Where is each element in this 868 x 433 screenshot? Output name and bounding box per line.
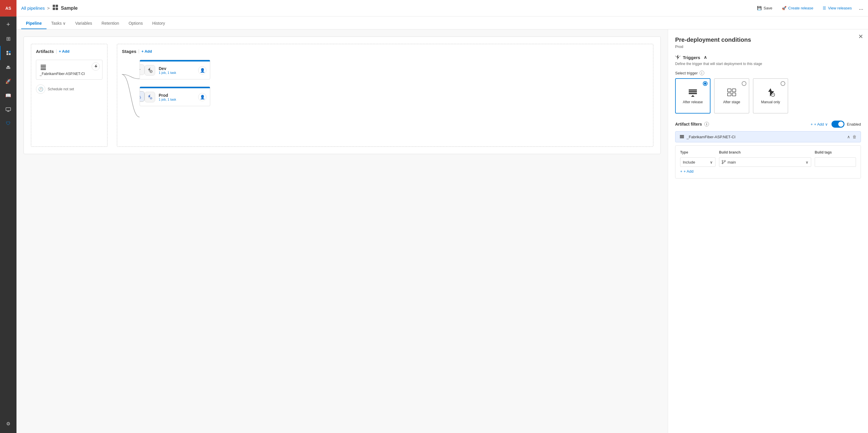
sidebar-icon-deploy[interactable] (0, 60, 17, 74)
filter-type-value: Include (683, 160, 695, 164)
sidebar-icon-monitor[interactable] (0, 102, 17, 116)
filter-add-row-button[interactable]: + + Add (680, 169, 856, 173)
filter-type-select[interactable]: Include ∨ (680, 157, 715, 167)
filter-branch-chevron: ∨ (806, 160, 808, 164)
stage-trigger-left-prod[interactable] (140, 91, 145, 102)
prod-trigger-icon (140, 94, 142, 99)
dev-stage-approvals[interactable]: 👤 (198, 66, 207, 74)
svg-rect-6 (7, 66, 9, 67)
deploy-icon (6, 64, 11, 70)
sidebar-icon-board[interactable]: ⊞ (0, 32, 17, 46)
save-button[interactable]: 💾 Save (755, 5, 775, 11)
add-stage-button[interactable]: + Add (141, 49, 152, 54)
topbar: All pipelines > Sample 💾 Save 🚀 Create r… (17, 0, 868, 16)
trigger-after-stage[interactable]: After stage (714, 78, 749, 113)
add-button[interactable]: + (0, 16, 17, 32)
breadcrumb-link[interactable]: All pipelines (21, 6, 45, 10)
view-releases-button[interactable]: ☰ View releases (820, 5, 854, 11)
filter-add-row-icon: + (680, 169, 682, 173)
prod-stage-info: Prod 1 job, 1 task (159, 93, 195, 101)
artifact-filters-label: Artifact filters (675, 122, 702, 127)
tab-retention[interactable]: Retention (97, 18, 124, 29)
topbar-actions: 💾 Save 🚀 Create release ☰ View releases … (755, 5, 863, 11)
add-filter-icon: + (811, 122, 813, 127)
tab-tasks[interactable]: Tasks ∨ (46, 18, 71, 29)
canvas: Artifacts + Add (17, 29, 668, 433)
after-release-icon (687, 87, 698, 98)
schedule-icon[interactable]: 🕐 (36, 85, 45, 94)
sidebar-icon-pipelines[interactable] (0, 46, 17, 60)
sidebar-icon-shield[interactable]: 🛡 (0, 116, 17, 131)
create-release-button[interactable]: 🚀 Create release (779, 5, 815, 11)
filter-branch-input[interactable]: main ∨ (719, 157, 811, 167)
tab-variables[interactable]: Variables (70, 18, 97, 29)
artifact-filter-row: _FabrikamFiber-ASP.NET-CI ∧ 🗑 (675, 131, 861, 142)
pipeline-type-icon (52, 4, 59, 10)
filter-expand-icon[interactable]: ∧ (847, 134, 850, 139)
svg-rect-0 (6, 51, 8, 53)
panel-subtitle: Prod (675, 44, 861, 49)
filter-delete-icon[interactable]: 🗑 (852, 134, 857, 139)
trigger-after-release[interactable]: After release (675, 78, 711, 113)
svg-rect-12 (53, 8, 55, 10)
tab-pipeline[interactable]: Pipeline (21, 18, 46, 29)
pre-deploy-panel: ✕ Pre-deployment conditions Prod Trigger… (668, 29, 868, 433)
tab-options[interactable]: Options (124, 18, 148, 29)
prod-stage-approvals[interactable]: 👤 (198, 93, 207, 101)
svg-rect-17 (41, 69, 46, 70)
trigger-options: After release After stage (675, 78, 861, 113)
prod-stage-body: Prod 1 job, 1 task 👤 (140, 88, 210, 106)
more-button[interactable]: ... (859, 5, 863, 11)
main: All pipelines > Sample 💾 Save 🚀 Create r… (17, 0, 868, 433)
triggers-section-label[interactable]: Triggers ∧ (675, 55, 861, 60)
filter-toggle[interactable] (832, 121, 844, 128)
tab-history[interactable]: History (148, 18, 170, 29)
add-artifact-button[interactable]: + Add (59, 49, 69, 54)
svg-rect-14 (41, 65, 46, 66)
view-releases-label: View releases (828, 6, 852, 10)
stages-header: Stages + Add (122, 49, 648, 54)
stage-trigger-left-dev[interactable] (140, 64, 145, 75)
avatar[interactable]: AS (0, 0, 17, 16)
stage-card-dev[interactable]: Dev 1 job, 1 task 👤 (140, 60, 210, 79)
svg-rect-15 (41, 66, 46, 67)
svg-rect-10 (53, 5, 55, 7)
save-label: Save (764, 6, 772, 10)
prod-icon (147, 94, 153, 100)
after-stage-label: After stage (723, 100, 740, 105)
artifact-filters-title-group: Artifact filters i (675, 122, 709, 127)
artifact-filters-header: Artifact filters i + + Add ∨ Enabled (675, 121, 861, 128)
sidebar-icon-library[interactable]: 📖 (0, 88, 17, 102)
svg-rect-38 (680, 137, 684, 138)
svg-rect-30 (727, 89, 731, 92)
filter-add-row-label: + Add (684, 169, 694, 173)
filter-table: Type Build branch Build tags Include ∨ (675, 145, 861, 178)
add-filter-dropdown-icon[interactable]: ∨ (825, 122, 828, 127)
breadcrumb: All pipelines > Sample (21, 4, 752, 12)
header-divider (56, 49, 57, 54)
svg-rect-5 (6, 68, 10, 69)
sidebar-icon-settings[interactable]: ⚙ (0, 417, 17, 431)
trigger-info-icon[interactable]: i (700, 71, 704, 75)
artifacts-title: Artifacts (36, 49, 54, 54)
after-stage-radio (742, 81, 746, 86)
sidebar-icon-rockets[interactable]: 🚀 (0, 74, 17, 88)
artifact-card[interactable]: _FabrikamFiber-ASP.NET-CI (36, 60, 102, 80)
pipelines-icon (6, 50, 11, 56)
triggers-collapse-icon[interactable]: ∧ (704, 55, 707, 60)
triggers-icon (675, 55, 680, 60)
filter-tags-input[interactable] (815, 157, 856, 167)
triggers-desc: Define the trigger that will start deplo… (675, 62, 861, 66)
after-release-radio (703, 81, 708, 86)
artifact-filters-info-icon[interactable]: i (704, 122, 709, 127)
filter-type-chevron: ∨ (710, 160, 713, 164)
add-filter-button[interactable]: + + Add ∨ (811, 122, 828, 127)
trigger-manual-only[interactable]: Manual only (753, 78, 788, 113)
svg-point-41 (724, 160, 725, 162)
svg-rect-32 (727, 93, 731, 96)
stage-card-prod[interactable]: Prod 1 job, 1 task 👤 (140, 87, 210, 106)
artifact-trigger-icon[interactable] (92, 62, 100, 71)
prod-stage-sub: 1 job, 1 task (159, 98, 195, 101)
close-button[interactable]: ✕ (858, 33, 863, 40)
svg-rect-1 (9, 51, 10, 53)
